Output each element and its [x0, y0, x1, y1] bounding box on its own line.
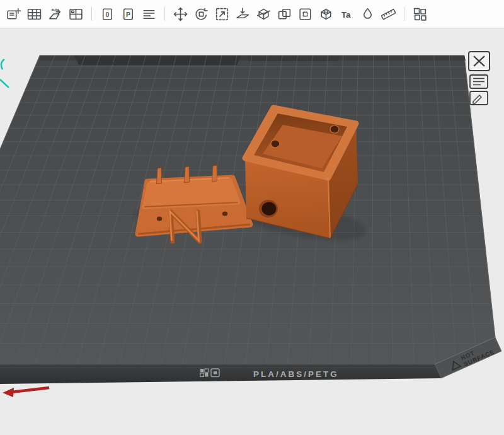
viewport-3d[interactable]: HOT SURFACE PLA/ABS/PETG — [0, 28, 504, 435]
text-lines-icon — [141, 6, 157, 22]
boolean-tool-icon — [277, 6, 292, 22]
place-on-face-icon — [235, 6, 251, 22]
plate-delete-button[interactable] — [469, 52, 490, 71]
lid-clip-fin — [157, 168, 162, 184]
lid-clip-fin — [185, 166, 190, 183]
measure-tool-button[interactable] — [379, 4, 398, 25]
box-screw-boss — [330, 125, 339, 133]
lid-clip-fin — [212, 165, 217, 182]
svg-text:P: P — [126, 11, 130, 18]
toolbar-separator — [164, 7, 165, 21]
main-toolbar: auto 0 P — [0, 0, 504, 28]
rotate-tool-button[interactable] — [192, 4, 211, 25]
add-plate-icon — [6, 6, 21, 22]
drill-tool-icon — [318, 6, 334, 22]
scale-tool-icon — [214, 6, 230, 22]
x-axis-arrow — [3, 388, 49, 397]
svg-text:auto: auto — [51, 7, 59, 11]
add-plate-button[interactable] — [4, 4, 23, 25]
plate-settings-button[interactable] — [470, 75, 488, 88]
p-badge-button[interactable]: P — [118, 4, 138, 25]
p-badge-icon: P — [120, 6, 136, 22]
cut-tool-icon — [256, 6, 272, 22]
viewport: HOT SURFACE PLA/ABS/PETG — [0, 28, 504, 435]
plate-notch — [247, 55, 340, 61]
svg-text:Ta: Ta — [341, 9, 351, 19]
measure-tool-icon — [381, 6, 396, 22]
gizmo-teal-fragment — [0, 59, 9, 88]
rotate-tool-icon — [193, 6, 209, 22]
text-tool-button[interactable]: Ta — [337, 4, 357, 25]
plate-material-label: PLA/ABS/PETG — [253, 369, 339, 379]
plate-handle-notch — [74, 55, 241, 65]
zero-badge-icon: 0 — [100, 6, 115, 22]
paint-tool-button[interactable] — [358, 4, 377, 25]
toolbar-separator — [91, 7, 92, 21]
svg-text:0: 0 — [106, 11, 110, 18]
text-tool-icon: Ta — [339, 6, 355, 22]
zero-badge-button[interactable]: 0 — [98, 4, 117, 25]
box-screw-boss — [271, 140, 280, 148]
auto-orient-button[interactable]: auto — [45, 4, 65, 25]
move-tool-icon — [173, 6, 188, 22]
plate-edit-button[interactable] — [470, 91, 488, 105]
lid-screw-hole — [157, 216, 162, 221]
hollow-tool-icon — [297, 6, 313, 22]
hollow-tool-button[interactable] — [295, 4, 315, 25]
split-layout-icon — [68, 6, 84, 22]
cut-tool-button[interactable] — [254, 4, 273, 25]
drill-tool-button[interactable] — [316, 4, 336, 25]
grid-table-icon — [26, 6, 42, 22]
split-layout-button[interactable] — [66, 4, 86, 25]
boolean-tool-button[interactable] — [275, 4, 294, 25]
split-objects-button[interactable] — [410, 4, 430, 25]
text-lines-button[interactable] — [139, 4, 159, 25]
lid-screw-hole — [222, 211, 227, 216]
paint-tool-icon — [360, 6, 375, 22]
toolbar-separator — [404, 7, 404, 21]
move-tool-button[interactable] — [171, 4, 190, 25]
place-on-face-button[interactable] — [233, 4, 253, 25]
auto-orient-icon: auto — [47, 6, 63, 22]
grid-table-button[interactable] — [25, 4, 44, 25]
plate-front-bezel: PLA/ABS/PETG — [0, 364, 441, 385]
scale-tool-button[interactable] — [212, 4, 232, 25]
split-objects-icon — [412, 6, 428, 22]
